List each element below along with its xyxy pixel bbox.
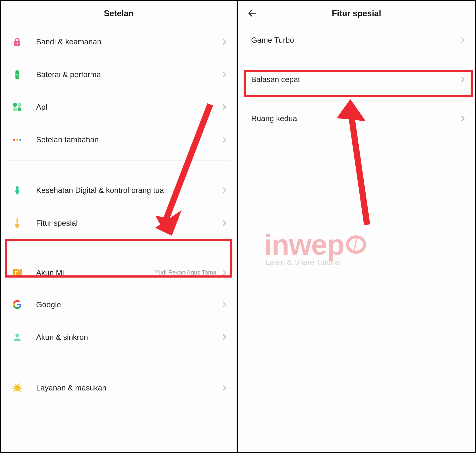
battery-icon — [11, 68, 24, 81]
chevron-right-icon — [221, 103, 229, 111]
row-label: Layanan & masukan — [36, 383, 221, 393]
back-button[interactable] — [246, 7, 258, 19]
google-icon — [11, 298, 24, 311]
row-label: Google — [36, 300, 221, 310]
divider — [9, 160, 229, 161]
apps-icon — [11, 101, 24, 114]
special-features-screen: Fitur spesial Game Turbo Balasan cepat R… — [238, 1, 475, 452]
row-game-turbo[interactable]: Game Turbo — [238, 26, 475, 55]
spacer — [1, 165, 237, 174]
special-icon — [11, 216, 24, 230]
row-value: Yudi Revan Agus Tama — [155, 269, 216, 277]
chevron-right-icon — [221, 219, 229, 227]
row-additional-settings[interactable]: Setelan tambahan — [1, 123, 237, 156]
row-apps[interactable]: Apl — [1, 91, 237, 123]
row-label: Fitur spesial — [36, 218, 221, 228]
svg-rect-7 — [18, 108, 21, 111]
row-label: Akun & sinkron — [36, 332, 221, 342]
chevron-right-icon — [221, 269, 229, 277]
svg-point-20 — [18, 387, 19, 388]
svg-rect-16 — [20, 269, 22, 276]
settings-title: Setelan — [104, 9, 134, 18]
special-title: Fitur spesial — [332, 9, 381, 18]
dots-icon — [11, 133, 24, 146]
chevron-right-icon — [459, 36, 467, 44]
special-header: Fitur spesial — [238, 1, 475, 26]
row-account-sync[interactable]: Akun & sinkron — [1, 321, 237, 353]
settings-header: Setelan — [1, 1, 237, 26]
chevron-right-icon — [221, 384, 229, 392]
svg-point-19 — [16, 387, 17, 388]
row-battery[interactable]: Baterai & performa — [1, 58, 237, 91]
svg-rect-6 — [13, 108, 17, 111]
spacer — [1, 363, 237, 371]
chevron-right-icon — [221, 333, 229, 341]
svg-point-8 — [13, 139, 15, 141]
health-icon — [11, 184, 24, 197]
row-label: Kesehatan Digital & kontrol orang tua — [36, 186, 221, 195]
row-digital-wellbeing[interactable]: Kesehatan Digital & kontrol orang tua — [1, 174, 237, 207]
chevron-right-icon — [221, 136, 229, 144]
svg-point-1 — [17, 43, 18, 44]
svg-point-17 — [15, 334, 19, 337]
row-label: Balasan cepat — [251, 74, 459, 84]
svg-point-10 — [19, 139, 21, 141]
bug-icon — [11, 381, 24, 394]
settings-screen: Setelan Sandi & keamanan Baterai & perfo… — [1, 1, 238, 452]
row-label: Sandi & keamanan — [36, 37, 221, 47]
spacer — [1, 248, 237, 257]
svg-rect-4 — [13, 103, 17, 107]
row-label: Setelan tambahan — [36, 135, 221, 145]
svg-point-14 — [16, 219, 18, 220]
chevron-right-icon — [459, 115, 467, 122]
chevron-right-icon — [221, 187, 229, 194]
lock-icon — [11, 35, 24, 49]
row-special-features[interactable]: Fitur spesial — [1, 207, 237, 239]
account-icon — [11, 330, 24, 344]
svg-point-12 — [15, 223, 19, 228]
chevron-right-icon — [459, 75, 467, 83]
row-label: Akun Mi — [36, 268, 155, 278]
row-label: Baterai & performa — [36, 69, 221, 80]
chevron-right-icon — [221, 301, 229, 308]
row-second-space[interactable]: Ruang kedua — [238, 104, 475, 133]
svg-rect-15 — [16, 272, 18, 276]
svg-rect-3 — [16, 70, 18, 71]
special-list: Game Turbo Balasan cepat Ruang kedua — [238, 26, 475, 133]
chevron-right-icon — [221, 38, 229, 46]
row-label: Ruang kedua — [251, 113, 459, 123]
row-mi-account[interactable]: Akun Mi Yudi Revan Agus Tama — [1, 257, 237, 288]
row-quick-reply[interactable]: Balasan cepat — [238, 65, 475, 94]
svg-point-11 — [16, 186, 19, 189]
svg-rect-5 — [18, 103, 21, 107]
svg-point-9 — [16, 139, 18, 141]
row-security[interactable]: Sandi & keamanan — [1, 26, 237, 58]
divider — [9, 244, 229, 244]
row-google[interactable]: Google — [1, 288, 237, 321]
chevron-right-icon — [221, 70, 229, 78]
row-label: Apl — [36, 102, 221, 112]
row-label: Game Turbo — [251, 35, 459, 45]
settings-list: Sandi & keamanan Baterai & performa Apl — [1, 26, 237, 404]
divider — [9, 358, 229, 358]
mi-icon — [11, 266, 24, 279]
row-services-feedback[interactable]: Layanan & masukan — [1, 371, 237, 404]
